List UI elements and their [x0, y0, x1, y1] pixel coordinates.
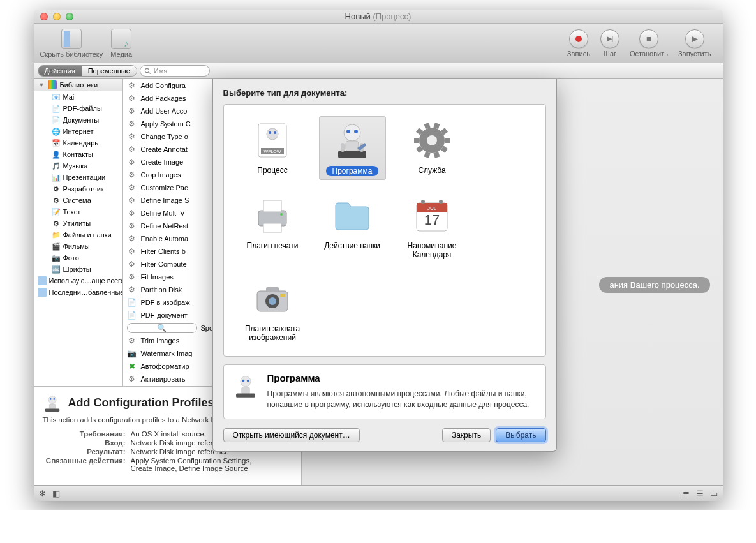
sidebar-item[interactable]: ⚙Разработчик	[34, 183, 122, 195]
smart-folder-icon	[38, 288, 47, 297]
sidebar-library-header[interactable]: ▼ Библиотеки	[34, 79, 122, 91]
action-icon: ⚙	[127, 93, 137, 103]
calendar-icon: JUL17	[411, 195, 452, 236]
action-row[interactable]: ⚙Add User Acco	[123, 105, 212, 117]
media-button[interactable]: Медиа	[110, 29, 132, 58]
action-row[interactable]: ⚙Crop Images	[123, 168, 212, 181]
doc-type-calendar[interactable]: JUL17Напоминание Календаря	[399, 191, 466, 263]
action-row[interactable]: ⚙Change Type o	[123, 130, 212, 143]
svg-point-49	[246, 380, 249, 382]
action-row[interactable]: ⚙Enable Automa	[123, 232, 212, 245]
action-icon: ⚙	[127, 80, 137, 91]
action-row[interactable]: ⚙Trim Images	[123, 334, 212, 347]
action-icon: 📄	[127, 297, 137, 308]
action-row[interactable]: ⚙Define NetRest	[123, 219, 212, 232]
sidebar-item[interactable]: 👤Контакты	[34, 149, 122, 160]
sidebar-item[interactable]: 📁Файлы и папки	[34, 229, 122, 241]
doc-type-gear[interactable]: Служба	[399, 116, 466, 180]
wflow-icon: WFLOW	[252, 120, 293, 161]
svg-rect-45	[266, 287, 279, 292]
sidebar-item[interactable]: 📄PDF-файлы	[34, 103, 122, 114]
svg-rect-6	[45, 408, 59, 412]
media-icon	[111, 29, 131, 49]
play-icon	[685, 29, 704, 48]
sidebar-item[interactable]: 🌐Интернет	[34, 126, 122, 137]
hide-library-button[interactable]: Скрыть библиотеку	[40, 29, 103, 58]
view-mode-list[interactable]: ☰	[696, 489, 704, 498]
category-icon: 📊	[52, 173, 61, 182]
doc-type-camera[interactable]: Плагин захвата изображений	[239, 274, 306, 346]
action-row[interactable]: ⚙Customize Pac	[123, 181, 212, 194]
view-toggle[interactable]: ◧	[52, 489, 60, 498]
sidebar-item[interactable]: 🎵Музыка	[34, 160, 122, 172]
sidebar-most-used[interactable]: Использую…аще всего	[34, 275, 122, 286]
action-row[interactable]: ✖Автоформатир	[123, 360, 212, 373]
sidebar-item[interactable]: 📷Фото	[34, 252, 122, 264]
category-icon: 🎬	[52, 242, 61, 251]
sidebar-item[interactable]: 📝Текст	[34, 206, 122, 218]
library-mode-segment[interactable]: Действия Переменные	[38, 65, 137, 77]
svg-rect-51	[236, 394, 255, 398]
sidebar-item[interactable]: 📊Презентации	[34, 172, 122, 183]
action-row[interactable]: ⚙Define Image S	[123, 194, 212, 207]
doc-type-printer[interactable]: Плагин печати	[239, 191, 306, 263]
svg-rect-50	[241, 387, 249, 394]
sidebar-item[interactable]: 📅Календарь	[34, 137, 122, 149]
action-row[interactable]: ⚙Add Packages	[123, 92, 212, 105]
view-mode-flow[interactable]: ≣	[683, 489, 690, 498]
action-row[interactable]: ⚙Create Image	[123, 156, 212, 168]
action-row[interactable]: ⚙Create Annotat	[123, 143, 212, 156]
action-row[interactable]: 📷Watermark Imag	[123, 347, 212, 360]
action-row[interactable]: 📄PDF в изображ	[123, 296, 212, 309]
automator-robot-icon	[233, 373, 258, 398]
svg-rect-22	[445, 138, 450, 143]
run-button[interactable]: Запустить	[678, 29, 711, 57]
action-row[interactable]: 🔍Spotlight	[123, 322, 212, 334]
sidebar-recently-added[interactable]: Последни…бавленные	[34, 286, 122, 298]
action-row[interactable]: ⚙Filter Clients b	[123, 245, 212, 258]
action-row[interactable]: ⚙Define Multi-V	[123, 207, 212, 219]
doc-type-folder[interactable]: Действие папки	[319, 191, 386, 263]
sidebar-item[interactable]: ⚙Утилиты	[34, 218, 122, 229]
action-row[interactable]: ⚙Filter Compute	[123, 258, 212, 271]
automator-robot-icon	[43, 393, 62, 412]
sidebar-item[interactable]: 📄Документы	[34, 114, 122, 126]
svg-point-21	[427, 135, 437, 145]
svg-text:17: 17	[424, 212, 440, 228]
sidebar-item[interactable]: 📧Mail	[34, 91, 122, 103]
close-button[interactable]: Закрыть	[442, 428, 491, 442]
svg-point-41	[439, 200, 443, 204]
action-icon: ⚙	[127, 144, 137, 154]
doc-type-robot[interactable]: Программа	[319, 116, 386, 180]
action-row[interactable]: ⚙Активировать	[123, 373, 212, 385]
action-icon: ⚙	[127, 182, 137, 193]
action-row[interactable]: ⚙Fit Images	[123, 271, 212, 283]
action-row[interactable]: ⚙Apply System C	[123, 117, 212, 130]
segment-actions: Действия	[38, 66, 82, 76]
titlebar: Новый (Процесс)	[34, 10, 723, 24]
doc-type-wflow[interactable]: WFLOWПроцесс	[239, 116, 306, 180]
sidebar-item[interactable]: 🎬Фильмы	[34, 241, 122, 252]
category-icon: ⚙	[52, 196, 61, 205]
action-row[interactable]: ⚙Partition Disk	[123, 283, 212, 296]
open-existing-button[interactable]: Открыть имеющийся документ…	[223, 428, 360, 442]
action-row[interactable]: 📄PDF-документ	[123, 309, 212, 322]
action-icon: ⚙	[127, 208, 137, 218]
gear-icon	[411, 120, 452, 161]
svg-point-4	[53, 398, 55, 400]
gear-menu[interactable]: ✻	[39, 489, 46, 498]
action-row[interactable]: ⚙Add Configura	[123, 79, 212, 92]
sidebar-item[interactable]: ⚙Система	[34, 195, 122, 206]
step-button[interactable]: Шаг	[600, 29, 619, 57]
action-icon: ✖	[127, 361, 137, 371]
category-icon: 📄	[52, 115, 61, 124]
sidebar-item[interactable]: 🔤Шрифты	[34, 264, 122, 275]
record-button[interactable]: Запись	[567, 29, 590, 57]
category-icon: ⚙	[52, 219, 61, 228]
category-icon: 🔤	[52, 265, 61, 274]
search-input[interactable]: Имя	[140, 65, 210, 77]
panel-icon	[61, 29, 82, 49]
stop-button[interactable]: Остановить	[630, 29, 668, 57]
view-mode-log[interactable]: ▭	[710, 489, 718, 498]
choose-button[interactable]: Выбрать	[496, 428, 545, 442]
